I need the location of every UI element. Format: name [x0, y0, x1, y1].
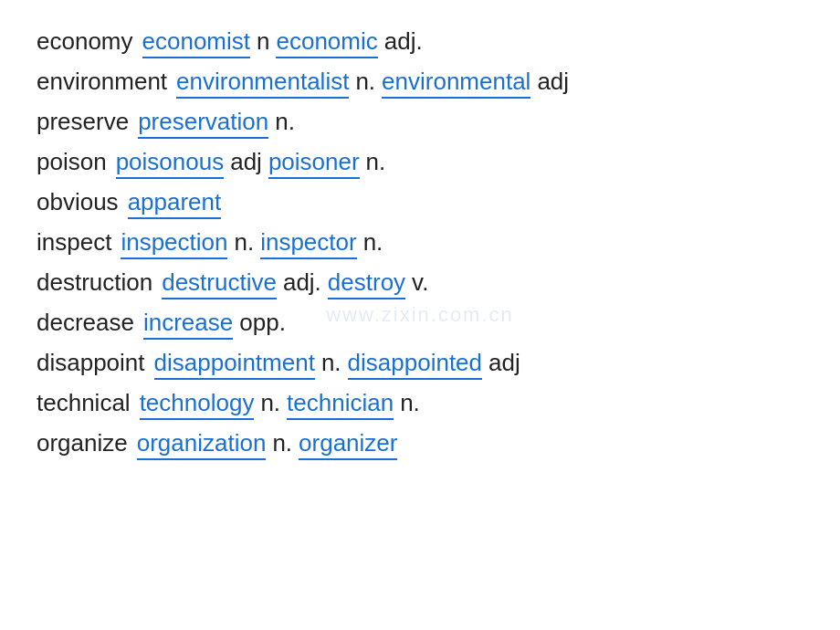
vocabulary-row-destruction: destructiondestructiveadj.destroyv. — [37, 268, 803, 299]
pos-label: n. — [275, 108, 295, 136]
base-word: decrease — [37, 309, 134, 337]
vocabulary-row-inspect: inspectinspectionn.inspectorn. — [37, 228, 803, 259]
derived-word: destroy — [328, 268, 405, 299]
derived-word: economic — [276, 27, 377, 58]
derived-word: economist — [142, 27, 251, 58]
derived-word: organizer — [299, 429, 397, 460]
derived-word: destructive — [162, 268, 277, 299]
pos-label: n — [257, 27, 269, 56]
base-word: disappoint — [37, 349, 145, 377]
derived-word: technology — [140, 389, 255, 420]
pos-label: n. — [355, 68, 375, 96]
base-word: organize — [37, 429, 128, 457]
pos-label: adj — [488, 349, 520, 377]
vocabulary-row-obvious: obviousapparent — [37, 188, 803, 219]
pos-label: adj. — [283, 268, 321, 297]
pos-label: n. — [321, 349, 341, 377]
pos-label: adj — [230, 148, 262, 176]
vocabulary-row-preserve: preservepreservationn. — [37, 108, 803, 139]
pos-label: adj. — [384, 27, 423, 56]
derived-word: inspection — [121, 228, 227, 259]
vocabulary-list: economyeconomistneconomicadj.environment… — [37, 27, 803, 460]
base-word: destruction — [37, 268, 152, 297]
derived-word: increase — [143, 309, 233, 340]
pos-label: n. — [260, 389, 280, 417]
base-word: inspect — [37, 228, 111, 257]
derived-word: environmental — [382, 68, 530, 99]
base-word: obvious — [37, 188, 119, 216]
derived-word: preservation — [138, 108, 268, 139]
pos-label: adj — [537, 68, 569, 96]
vocabulary-row-decrease: decreaseincreaseopp. — [37, 309, 803, 340]
base-word: economy — [37, 27, 133, 56]
vocabulary-row-poison: poisonpoisonousadjpoisonern. — [37, 148, 803, 179]
pos-label: n. — [400, 389, 420, 417]
vocabulary-row-organize: organizeorganizationn.organizer — [37, 429, 803, 460]
vocabulary-row-economy: economyeconomistneconomicadj. — [37, 27, 803, 58]
vocabulary-row-disappoint: disappointdisappointmentn.disappointedad… — [37, 349, 803, 380]
pos-label: n. — [272, 429, 292, 457]
derived-word: disappointed — [348, 349, 482, 380]
base-word: poison — [37, 148, 107, 176]
derived-word: organization — [137, 429, 267, 460]
pos-label: n. — [366, 148, 386, 176]
base-word: technical — [37, 389, 131, 417]
pos-label: opp. — [239, 309, 286, 337]
derived-word: apparent — [128, 188, 222, 219]
derived-word: poisonous — [116, 148, 225, 179]
pos-label: n. — [363, 228, 383, 257]
pos-label: v. — [412, 268, 428, 297]
derived-word: technician — [287, 389, 394, 420]
base-word: preserve — [37, 108, 129, 136]
vocabulary-row-technical: technicaltechnologyn.techniciann. — [37, 389, 803, 420]
vocabulary-row-environment: environmentenvironmentalistn.environment… — [37, 68, 803, 99]
derived-word: environmentalist — [176, 68, 349, 99]
base-word: environment — [37, 68, 167, 96]
derived-word: poisoner — [268, 148, 360, 179]
pos-label: n. — [234, 228, 254, 257]
derived-word: inspector — [260, 228, 357, 259]
derived-word: disappointment — [154, 349, 315, 380]
